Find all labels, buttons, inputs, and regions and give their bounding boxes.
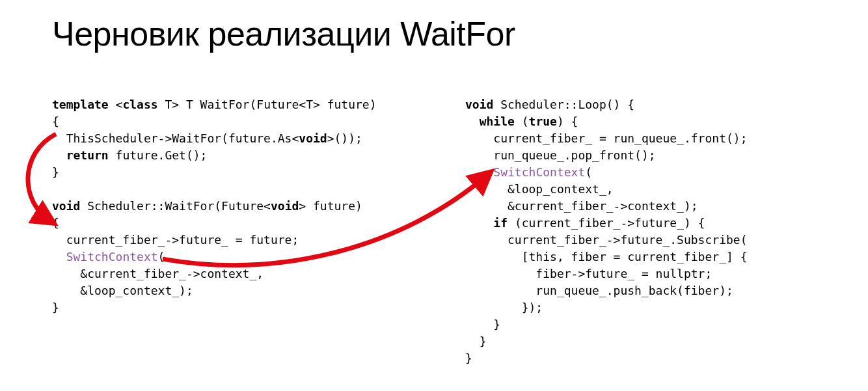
code-text: } [52,165,59,179]
code-text: fiber->future_ = nullptr; [465,267,712,280]
code-text: &current_fiber_->context_, [52,267,264,280]
code-text: } [465,334,487,348]
code-text: ( [158,250,165,263]
code-text [52,250,66,263]
code-text [465,165,493,179]
code-text: future.Get(); [109,148,208,162]
kw-if: if [493,216,508,230]
code-text [52,148,66,162]
code-text: &loop_context_, [465,182,614,196]
code-text: current_fiber_->future_.Subscribe( [465,233,747,247]
kw-void: void [52,199,80,213]
code-text: current_fiber_ = run_queue_.front(); [465,131,747,145]
code-text: [this, fiber = current_fiber_] { [465,250,747,263]
kw-void: void [271,199,299,213]
code-text: ( [585,165,592,179]
kw-while: while [480,115,515,128]
code-text: }); [465,301,543,314]
code-text [465,216,493,230]
code-text: run_queue_.push_back(fiber); [465,284,733,297]
kw-void: void [465,98,493,111]
code-text: ( [515,115,529,128]
code-text: { [52,115,59,128]
code-text: < [109,98,123,111]
code-text: (current_fiber_->future_) { [508,216,705,230]
code-text: ) { [557,115,578,128]
code-text: run_queue_.pop_front(); [465,148,656,162]
code-text: >()); [327,131,362,145]
kw-return: return [66,148,109,162]
code-text: } [465,351,472,365]
call-switchcontext: SwitchContext [493,165,585,179]
code-text: current_fiber_->future_ = future; [52,233,299,247]
code-text: &current_fiber_->context_); [465,199,698,213]
code-text: Scheduler::Loop() { [493,98,634,111]
slide-title: Черновик реализации WaitFor [52,14,515,53]
code-block-left: template <class T> T WaitFor(Future<T> f… [52,96,416,316]
code-text: ThisScheduler->WaitFor(future.As< [52,131,299,145]
code-text [465,115,480,128]
code-text: { [52,216,59,230]
kw-void: void [299,131,327,145]
slide: Черновик реализации WaitFor template <cl… [0,0,868,391]
call-switchcontext: SwitchContext [66,250,158,263]
kw-class: class [122,98,157,111]
kw-true: true [529,115,557,128]
code-text: } [465,317,500,331]
kw-template: template [52,98,109,111]
code-text: T> T WaitFor(Future<T> future) [158,98,377,111]
code-text: &loop_context_); [52,284,193,297]
code-text: > future) [299,199,362,213]
code-text: Scheduler::WaitFor(Future< [80,199,271,213]
code-block-right: void Scheduler::Loop() { while (true) { … [465,96,830,367]
code-text: } [52,301,59,314]
